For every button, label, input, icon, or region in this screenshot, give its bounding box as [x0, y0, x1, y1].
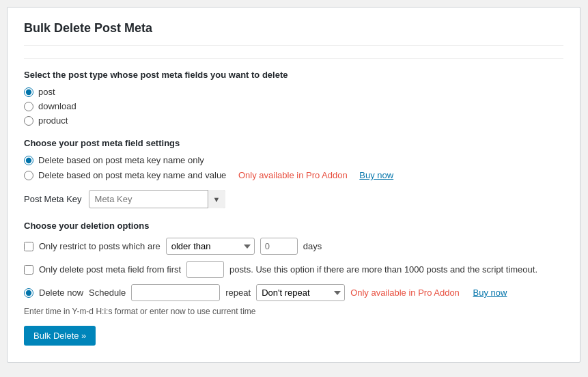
restrict-row: Only restrict to posts which are older t… [24, 238, 563, 255]
post-type-label-download: download [38, 101, 76, 111]
schedule-label: Schedule [89, 288, 126, 298]
meta-type-radio-key-only[interactable] [24, 156, 33, 165]
meta-option-key-value[interactable]: Delete based on post meta key name and v… [24, 170, 563, 180]
meta-key-input[interactable] [89, 190, 225, 208]
meta-key-input-wrapper: ▼ [89, 190, 225, 208]
post-type-section: Select the post type whose post meta fie… [24, 70, 563, 126]
divider [24, 58, 563, 59]
days-input[interactable] [260, 238, 298, 255]
first-posts-checkbox[interactable] [24, 265, 33, 275]
first-posts-row: Only delete post meta field from first 0… [24, 261, 563, 278]
page-title: Bulk Delete Post Meta [24, 21, 563, 46]
buy-now-link-meta[interactable]: Buy now [359, 170, 393, 180]
hint-text: Enter time in Y-m-d H:i:s format or ente… [24, 307, 563, 316]
deletion-options-section: Choose your deletion options Only restri… [24, 221, 563, 316]
post-meta-key-row: Post Meta Key ▼ [24, 190, 563, 208]
meta-field-section-label: Choose your post meta field settings [24, 138, 563, 148]
post-type-radio-product[interactable] [24, 116, 33, 126]
schedule-row: Delete now Schedule now repeat Don't rep… [24, 284, 563, 301]
post-type-radio-post[interactable] [24, 87, 33, 97]
meta-option-key-only[interactable]: Delete based on post meta key name only [24, 155, 563, 165]
post-type-radio-group: post download product [24, 87, 563, 126]
meta-field-options: Delete based on post meta key name only … [24, 155, 563, 180]
post-type-option-product[interactable]: product [24, 115, 563, 126]
schedule-input[interactable]: now [131, 284, 220, 301]
post-type-section-label: Select the post type whose post meta fie… [24, 70, 563, 80]
post-type-label-post: post [38, 87, 55, 97]
first-posts-label: Only delete post meta field from first [39, 264, 181, 275]
pro-addon-text-meta: Only available in Pro Addon [238, 170, 348, 180]
post-type-option-post[interactable]: post [24, 87, 563, 97]
first-posts-suffix: posts. Use this option if there are more… [229, 264, 537, 275]
deletion-section-label: Choose your deletion options [24, 221, 563, 231]
dropdown-icon: ▼ [213, 195, 221, 204]
delete-now-radio[interactable] [24, 288, 33, 298]
post-meta-key-label: Post Meta Key [24, 194, 82, 204]
restrict-checkbox[interactable] [24, 242, 33, 251]
repeat-label: repeat [225, 288, 251, 298]
post-type-radio-download[interactable] [24, 102, 33, 111]
delete-now-label: Delete now [39, 288, 83, 298]
meta-option-label-key-value: Delete based on post meta key name and v… [38, 170, 226, 180]
pro-addon-text-schedule: Only available in Pro Addon [350, 288, 460, 298]
restrict-label: Only restrict to posts which are [39, 241, 160, 251]
post-type-label-product: product [38, 115, 68, 126]
days-label: days [303, 241, 322, 251]
first-posts-input[interactable]: 0 [186, 261, 224, 278]
bulk-delete-button[interactable]: Bulk Delete » [24, 326, 96, 346]
meta-key-dropdown-button[interactable]: ▼ [208, 190, 225, 208]
meta-type-radio-key-value[interactable] [24, 171, 33, 180]
repeat-select[interactable]: Don't repeat [256, 284, 345, 301]
buy-now-link-schedule[interactable]: Buy now [473, 288, 507, 298]
post-type-option-download[interactable]: download [24, 101, 563, 111]
meta-option-label-key-only: Delete based on post meta key name only [38, 155, 204, 165]
older-than-select[interactable]: older than [166, 238, 255, 255]
meta-field-section: Choose your post meta field settings Del… [24, 138, 563, 208]
